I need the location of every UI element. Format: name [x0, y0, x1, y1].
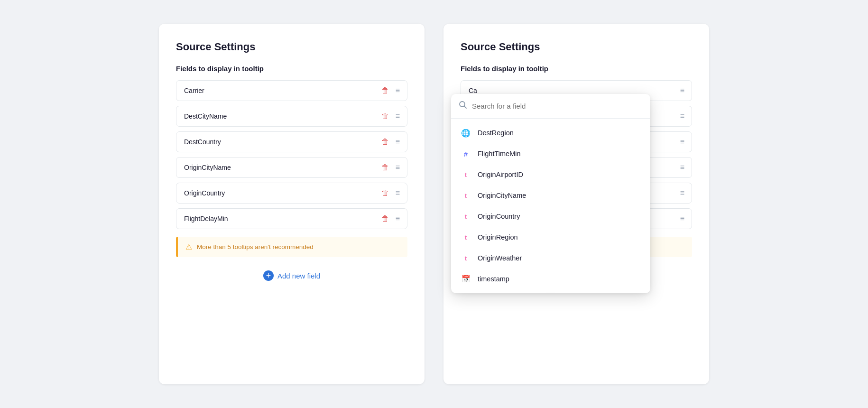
drag-or2-handle[interactable]: ≡ — [680, 189, 684, 197]
list-item[interactable]: # FlightTimeMin — [451, 143, 650, 164]
right-section-label: Fields to display in tooltip — [461, 65, 692, 73]
delete-destcityname-button[interactable]: 🗑 — [381, 112, 389, 121]
drag-carrier-handle[interactable]: ≡ — [396, 86, 399, 95]
table-row: OriginCountry 🗑 ≡ — [176, 183, 407, 204]
right-source-settings-panel: Source Settings Fields to display in too… — [443, 24, 709, 384]
field-name-carrier: Carrier — [184, 87, 204, 94]
field-actions: ≡ — [680, 189, 684, 197]
search-field-input[interactable] — [472, 102, 643, 110]
drag-origincityname-handle[interactable]: ≡ — [396, 163, 399, 172]
table-row: OriginCityName 🗑 ≡ — [176, 157, 407, 178]
list-item[interactable]: 🌐 DestRegion — [451, 122, 650, 143]
dropdown-items-list: 🌐 DestRegion # FlightTimeMin t OriginAir… — [451, 119, 650, 293]
warning-banner: ⚠ More than 5 tooltips aren't recommende… — [176, 237, 407, 257]
drag-ca-handle[interactable]: ≡ — [680, 86, 684, 95]
drag-origincountry-handle[interactable]: ≡ — [396, 189, 399, 197]
drag-de2-handle[interactable]: ≡ — [680, 138, 684, 146]
field-actions: 🗑 ≡ — [381, 214, 399, 223]
svg-line-1 — [464, 106, 467, 109]
list-item[interactable]: t OriginCityName — [451, 185, 650, 206]
plus-icon: + — [263, 270, 274, 281]
field-actions: 🗑 ≡ — [381, 86, 399, 95]
text-type-icon-3: t — [461, 211, 471, 222]
field-name-destcityname: DestCityName — [184, 112, 227, 120]
field-name-destcountry: DestCountry — [184, 138, 221, 146]
left-field-list: Carrier 🗑 ≡ DestCityName 🗑 ≡ DestCountry… — [176, 80, 407, 229]
list-item[interactable]: t OriginRegion — [451, 227, 650, 248]
drag-or1-handle[interactable]: ≡ — [680, 163, 684, 172]
field-actions: ≡ — [680, 138, 684, 146]
drag-flightdelaymin-handle[interactable]: ≡ — [396, 214, 399, 223]
calendar-icon: 📅 — [461, 274, 471, 284]
field-actions: ≡ — [680, 214, 684, 223]
item-label-origincityname: OriginCityName — [478, 192, 526, 199]
list-item[interactable]: 📅 timestamp — [451, 269, 650, 289]
table-row: DestCityName 🗑 ≡ — [176, 106, 407, 127]
table-row: Carrier 🗑 ≡ — [176, 80, 407, 101]
drag-destcountry-handle[interactable]: ≡ — [396, 138, 399, 146]
right-panel-title: Source Settings — [461, 41, 692, 53]
field-name-flightdelaymin: FlightDelayMin — [184, 215, 228, 223]
search-box — [451, 94, 650, 119]
item-label-originregion: OriginRegion — [478, 233, 518, 241]
warning-icon: ⚠ — [185, 242, 192, 251]
field-name-ca: Ca — [469, 87, 477, 94]
left-source-settings-panel: Source Settings Fields to display in too… — [159, 24, 425, 384]
field-actions: 🗑 ≡ — [381, 163, 399, 172]
add-new-field-button[interactable]: + Add new field — [176, 270, 407, 281]
text-type-icon-4: t — [461, 232, 471, 242]
item-label-origincountry: OriginCountry — [478, 213, 520, 220]
warning-text: More than 5 tooltips aren't recommended — [197, 243, 314, 250]
drag-fli-handle[interactable]: ≡ — [680, 214, 684, 223]
list-item[interactable]: t OriginAirportID — [451, 164, 650, 185]
field-search-dropdown: 🌐 DestRegion # FlightTimeMin t OriginAir… — [451, 94, 650, 293]
field-actions: 🗑 ≡ — [381, 112, 399, 121]
delete-carrier-button[interactable]: 🗑 — [381, 86, 389, 95]
item-label-destregion: DestRegion — [478, 129, 514, 137]
add-field-label: Add new field — [277, 272, 320, 280]
item-label-flighttimemin: FlightTimeMin — [478, 150, 521, 158]
text-type-icon-5: t — [461, 253, 471, 263]
text-type-icon-1: t — [461, 169, 471, 180]
table-row: FlightDelayMin 🗑 ≡ — [176, 208, 407, 229]
item-label-originweather: OriginWeather — [478, 254, 522, 262]
drag-destcityname-handle[interactable]: ≡ — [396, 112, 399, 121]
left-section-label: Fields to display in tooltip — [176, 65, 407, 73]
list-item[interactable]: t OriginCountry — [451, 206, 650, 227]
hash-icon: # — [461, 148, 471, 159]
delete-destcountry-button[interactable]: 🗑 — [381, 138, 389, 146]
field-name-origincountry: OriginCountry — [184, 189, 225, 197]
item-label-originairportid: OriginAirportID — [478, 171, 523, 178]
field-actions: ≡ — [680, 112, 684, 121]
table-row: DestCountry 🗑 ≡ — [176, 131, 407, 152]
field-actions: ≡ — [680, 163, 684, 172]
field-actions: 🗑 ≡ — [381, 189, 399, 197]
left-panel-title: Source Settings — [176, 41, 407, 53]
field-name-origincityname: OriginCityName — [184, 164, 231, 171]
field-actions: 🗑 ≡ — [381, 138, 399, 146]
globe-icon: 🌐 — [461, 128, 471, 138]
delete-origincityname-button[interactable]: 🗑 — [381, 163, 389, 172]
field-actions: ≡ — [680, 86, 684, 95]
text-type-icon-2: t — [461, 190, 471, 201]
delete-origincountry-button[interactable]: 🗑 — [381, 189, 389, 197]
delete-flightdelaymin-button[interactable]: 🗑 — [381, 214, 389, 223]
drag-de1-handle[interactable]: ≡ — [680, 112, 684, 121]
item-label-timestamp: timestamp — [478, 275, 509, 283]
list-item[interactable]: t OriginWeather — [451, 248, 650, 269]
search-icon — [459, 101, 467, 111]
